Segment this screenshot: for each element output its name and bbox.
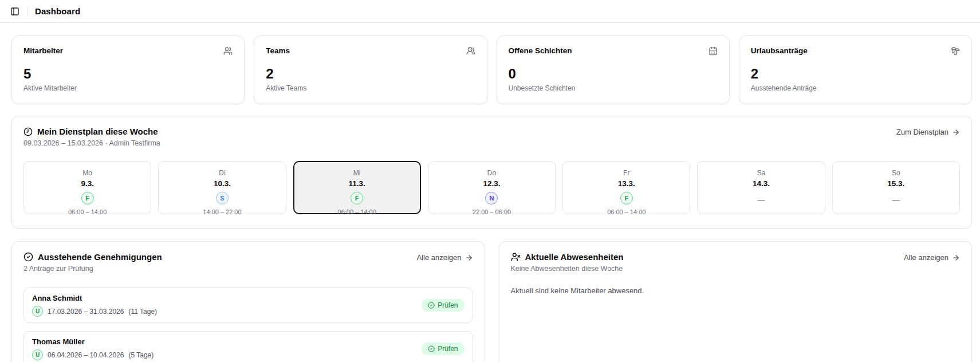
- schedule-header-left: Mein Dienstplan diese Woche 09.03.2026 –…: [23, 127, 160, 147]
- schedule-title-line: Mein Dienstplan diese Woche: [23, 127, 160, 136]
- approvals-title: Ausstehende Genehmigungen: [38, 252, 162, 262]
- stat-card-header: Teams: [266, 46, 475, 56]
- absences-title: Aktuelle Abwesenheiten: [525, 252, 624, 262]
- schedule-header: Mein Dienstplan diese Woche 09.03.2026 –…: [23, 127, 960, 147]
- users-icon: [223, 46, 233, 56]
- day-card-sa[interactable]: Sa 14.3. —: [697, 161, 825, 214]
- stat-card-teams[interactable]: Teams 2 Aktive Teams: [254, 36, 487, 104]
- absence-date-range: 17.03.2026 – 31.03.2026: [48, 308, 124, 316]
- approval-row-info: Anna Schmidt U 17.03.2026 – 31.03.2026 (…: [32, 294, 157, 317]
- user-x-icon: [511, 252, 521, 262]
- stat-card-mitarbeiter[interactable]: Mitarbeiter 5 Aktive Mitarbeiter: [11, 36, 245, 104]
- absences-show-all-link[interactable]: Alle anzeigen: [904, 252, 960, 263]
- day-card-so[interactable]: So 15.3. —: [832, 161, 960, 214]
- approval-row-thomas-mueller: Thomas Müller U 06.04.2026 – 10.04.2026 …: [23, 331, 473, 362]
- stat-label: Aktive Mitarbeiter: [23, 84, 233, 92]
- users-round-icon: [466, 46, 475, 56]
- day-weekday: Do: [432, 169, 552, 177]
- zum-dienstplan-link[interactable]: Zum Dienstplan: [896, 127, 960, 137]
- day-card-do[interactable]: Do 12.3. N 22:00 – 06:00: [428, 161, 556, 214]
- stat-label: Unbesetzte Schichten: [509, 84, 718, 92]
- day-card-fr[interactable]: Fr 13.3. F 06:00 – 14:00: [562, 161, 690, 214]
- no-shift-dash: —: [836, 195, 956, 204]
- pruefen-button[interactable]: Prüfen: [422, 343, 464, 355]
- employee-name: Thomas Müller: [32, 337, 154, 346]
- approval-row-info: Thomas Müller U 06.04.2026 – 10.04.2026 …: [32, 337, 154, 360]
- shift-badge-f: F: [620, 192, 633, 204]
- absences-show-all-label: Alle anzeigen: [904, 253, 948, 262]
- absences-title-line: Aktuelle Abwesenheiten: [511, 252, 624, 262]
- pruefen-button[interactable]: Prüfen: [422, 299, 464, 312]
- stat-label: Aktive Teams: [266, 84, 475, 92]
- day-time: 06:00 – 14:00: [566, 208, 686, 215]
- approvals-header-left: Ausstehende Genehmigungen 2 Anträge zur …: [23, 252, 162, 273]
- page-title: Dashboard: [35, 6, 80, 16]
- pruefen-label: Prüfen: [438, 345, 458, 353]
- arrow-right-icon: [952, 128, 960, 136]
- stat-card-header: Urlaubsanträge: [751, 46, 960, 56]
- day-date: 12.3.: [432, 179, 552, 188]
- day-card-mi-today[interactable]: Mi 11.3. F 06:00 – 14:00: [293, 161, 421, 214]
- day-weekday: So: [836, 169, 956, 177]
- stat-title: Urlaubsanträge: [751, 46, 808, 55]
- day-weekday: Di: [162, 169, 282, 177]
- stat-value: 5: [23, 67, 233, 81]
- schedule-subtitle: 09.03.2026 – 15.03.2026 · Admin Testfirm…: [23, 139, 160, 147]
- stat-label: Ausstehende Anträge: [751, 84, 960, 92]
- day-weekday: Mo: [27, 169, 147, 177]
- day-time: 06:00 – 14:00: [297, 208, 417, 215]
- sidebar-toggle-button[interactable]: [7, 3, 23, 19]
- stat-card-offene-schichten[interactable]: Offene Schichten 0 Unbesetzte Schichten: [497, 36, 730, 104]
- circle-check-icon: [428, 302, 435, 309]
- stat-value: 2: [266, 67, 475, 81]
- top-bar: Dashboard: [0, 0, 980, 23]
- circle-check-icon: [428, 345, 435, 352]
- panel-left-icon: [10, 7, 19, 16]
- stat-value: 0: [509, 67, 718, 81]
- day-date: 13.3.: [566, 179, 686, 188]
- absence-type-badge-u: U: [32, 349, 43, 360]
- pruefen-label: Prüfen: [438, 301, 458, 309]
- approvals-show-all-link[interactable]: Alle anzeigen: [416, 252, 473, 263]
- absences-empty-state-text: Aktuell sind keine Mitarbeiter abwesend.: [511, 286, 961, 295]
- stat-card-header: Mitarbeiter: [23, 46, 233, 56]
- absence-duration: (5 Tage): [128, 351, 154, 359]
- circle-check-icon: [23, 252, 33, 262]
- day-time: 14:00 – 22:00: [162, 208, 282, 215]
- day-weekday: Mi: [297, 169, 417, 177]
- shift-badge-f: F: [351, 192, 363, 204]
- absences-header: Aktuelle Abwesenheiten Keine Abwesenheit…: [511, 252, 961, 273]
- absences-subtitle: Keine Abwesenheiten diese Woche: [511, 265, 624, 273]
- day-card-di[interactable]: Di 10.3. S 14:00 – 22:00: [158, 161, 286, 214]
- day-date: 10.3.: [162, 179, 282, 188]
- day-card-mo[interactable]: Mo 9.3. F 06:00 – 14:00: [23, 161, 151, 214]
- absences-panel: Aktuelle Abwesenheiten Keine Abwesenheit…: [499, 241, 973, 362]
- approval-meta: U 06.04.2026 – 10.04.2026 (5 Tage): [32, 349, 154, 360]
- day-date: 15.3.: [836, 179, 956, 188]
- stats-row: Mitarbeiter 5 Aktive Mitarbeiter Teams 2…: [11, 36, 972, 104]
- topbar-divider: [27, 7, 28, 16]
- main-content: Mitarbeiter 5 Aktive Mitarbeiter Teams 2…: [0, 23, 980, 362]
- stat-title: Mitarbeiter: [23, 46, 63, 55]
- approval-row-anna-schmidt: Anna Schmidt U 17.03.2026 – 31.03.2026 (…: [23, 288, 473, 323]
- approvals-title-line: Ausstehende Genehmigungen: [23, 252, 162, 262]
- shift-badge-f: F: [81, 192, 94, 204]
- week-grid: Mo 9.3. F 06:00 – 14:00 Di 10.3. S 14:00…: [23, 161, 960, 214]
- approvals-panel: Ausstehende Genehmigungen 2 Anträge zur …: [11, 241, 485, 362]
- approval-list: Anna Schmidt U 17.03.2026 – 31.03.2026 (…: [23, 288, 473, 362]
- no-shift-dash: —: [701, 195, 821, 204]
- stat-title: Offene Schichten: [509, 46, 572, 55]
- day-time: 06:00 – 14:00: [27, 208, 147, 215]
- stat-title: Teams: [266, 46, 290, 55]
- day-date: 9.3.: [27, 179, 147, 188]
- day-weekday: Sa: [701, 169, 821, 177]
- absences-header-left: Aktuelle Abwesenheiten Keine Abwesenheit…: [511, 252, 624, 273]
- shift-badge-n: N: [485, 192, 498, 204]
- stat-card-urlaubsantraege[interactable]: Urlaubsanträge 2 Ausstehende Anträge: [739, 36, 972, 104]
- stat-value: 2: [751, 67, 960, 81]
- approvals-subtitle: 2 Anträge zur Prüfung: [23, 265, 162, 273]
- absence-date-range: 06.04.2026 – 10.04.2026: [48, 351, 124, 359]
- bottom-row: Ausstehende Genehmigungen 2 Anträge zur …: [11, 241, 972, 362]
- schedule-title: Mein Dienstplan diese Woche: [37, 127, 158, 136]
- absence-type-badge-u: U: [32, 306, 43, 317]
